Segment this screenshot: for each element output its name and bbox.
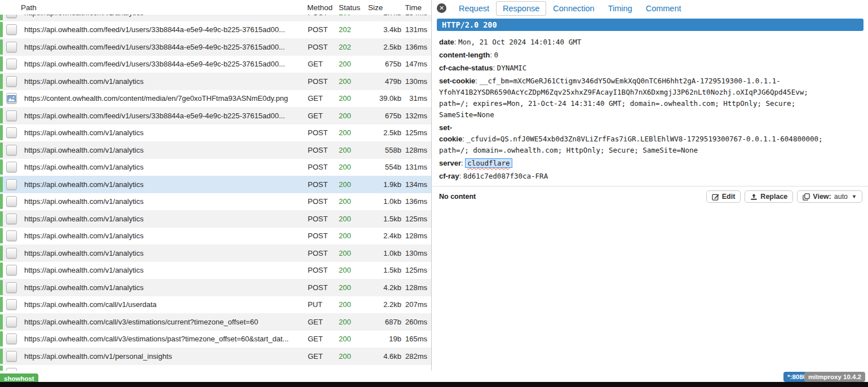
- flow-size: 2.5kb: [368, 128, 401, 137]
- flow-method: GET: [307, 60, 339, 68]
- flow-status: 200: [339, 94, 368, 103]
- flow-row[interactable]: https://api.owhealth.com/feed/v1/users/3…: [0, 56, 431, 73]
- content-bar: No content Edit Replace View: auto ▼: [439, 190, 862, 203]
- flow-status: 200: [339, 335, 368, 343]
- header-value-editor[interactable]: cloudflare: [465, 158, 512, 168]
- flow-row[interactable]: https://api.owhealth.com/v1/analyticsPOS…: [0, 210, 431, 228]
- content-buttons: Edit Replace View: auto ▼: [706, 190, 862, 203]
- flow-time: 130ms: [401, 77, 427, 86]
- flow-time: 128ms: [401, 232, 427, 240]
- flow-row[interactable]: https://api.owhealth.com/v1/analyticsPOS…: [0, 262, 431, 279]
- column-header-method[interactable]: Method: [307, 3, 339, 12]
- tab-comment[interactable]: Comment: [639, 1, 688, 16]
- flow-path: https://api.owhealth.com/call/v3/estimat…: [21, 335, 307, 343]
- row-marker-green: [0, 177, 3, 192]
- header-name: server: [439, 159, 461, 167]
- flow-time: 282ms: [401, 352, 427, 361]
- flow-row[interactable]: https://api.owhealth.com/health/v1/users…: [0, 365, 431, 371]
- header-value[interactable]: 0: [494, 51, 499, 59]
- view-mode-value: auto: [834, 193, 848, 201]
- flow-time: 130ms: [401, 249, 427, 257]
- flow-row[interactable]: https://api.owhealth.com/v1/analyticsPOS…: [0, 279, 431, 296]
- flow-method: GET: [307, 335, 339, 343]
- row-marker-green: [0, 194, 3, 209]
- response-header-line: set-cookie: __cf_bm=mXcMGeRJ61Ctigmv346d…: [439, 75, 860, 121]
- document-icon: [6, 76, 17, 87]
- flow-status: 200: [339, 163, 368, 171]
- tab-response[interactable]: Response: [496, 1, 546, 16]
- flow-status: 200: [339, 146, 368, 154]
- column-header-time[interactable]: Time: [401, 3, 427, 12]
- flow-row[interactable]: https://api.owhealth.com/feed/v1/users/3…: [0, 107, 431, 124]
- flow-row[interactable]: https://api.owhealth.com/feed/v1/users/3…: [0, 21, 431, 39]
- flow-row[interactable]: https://api.owhealth.com/v1/analyticsPOS…: [0, 73, 431, 90]
- column-header-status[interactable]: Status: [339, 3, 368, 12]
- row-marker-green: [0, 331, 3, 346]
- tab-timing[interactable]: Timing: [601, 1, 639, 16]
- header-value[interactable]: _cfuvid=QS.nfJ0WE54xb0d3Zn8VLiZrfFas7iGR…: [439, 135, 823, 154]
- flow-row[interactable]: https://content.owhealth.com/content/med…: [0, 90, 431, 108]
- flow-row[interactable]: https://api.owhealth.com/call/v3/estimat…: [0, 313, 431, 331]
- flow-method: POST: [307, 128, 339, 137]
- flow-row[interactable]: https://api.owhealth.com/v1/personal_ins…: [0, 348, 431, 365]
- flow-path: https://api.owhealth.com/feed/v1/users/3…: [21, 60, 307, 68]
- flow-time: 147ms: [401, 60, 427, 68]
- edit-button[interactable]: Edit: [706, 190, 741, 203]
- header-colon: :: [459, 172, 463, 180]
- flow-path: https://api.owhealth.com/v1/analytics: [21, 266, 307, 274]
- header-name: date: [439, 38, 454, 46]
- tab-connection[interactable]: Connection: [546, 1, 601, 16]
- flow-size: 558b: [368, 146, 401, 154]
- document-icon: [6, 110, 17, 121]
- tab-request[interactable]: Request: [452, 1, 496, 16]
- document-icon: [6, 317, 17, 327]
- flow-row[interactable]: https://api.owhealth.com/v1/analyticsPOS…: [0, 124, 431, 142]
- flow-row[interactable]: https://api.owhealth.com/v1/analyticsPOS…: [0, 244, 431, 262]
- flow-path: https://api.owhealth.com/v1/analytics: [21, 215, 307, 223]
- document-icon: [6, 15, 17, 18]
- flow-row[interactable]: https://api.owhealth.com/call/v3/estimat…: [0, 331, 431, 348]
- row-marker-green: [0, 349, 3, 364]
- flow-time: 132ms: [401, 112, 427, 120]
- flow-method: POST: [307, 15, 339, 17]
- flow-row[interactable]: https://api.owhealth.com/v1/analyticsPOS…: [0, 15, 431, 21]
- flow-status: 200: [339, 283, 368, 292]
- flow-row[interactable]: https://api.owhealth.com/v1/analyticsPOS…: [0, 176, 431, 193]
- document-icon: [6, 59, 17, 69]
- flow-path: https://api.owhealth.com/feed/v1/users/3…: [21, 112, 307, 120]
- document-icon: [6, 42, 17, 52]
- flow-row[interactable]: https://api.owhealth.com/v1/analyticsPOS…: [0, 141, 431, 159]
- row-marker-green: [0, 22, 3, 37]
- flow-path: https://api.owhealth.com/call/v3/estimat…: [21, 318, 307, 326]
- flow-row[interactable]: https://api.owhealth.com/v1/analyticsPOS…: [0, 228, 431, 245]
- document-icon: [6, 196, 17, 207]
- flow-time: 134ms: [401, 180, 427, 189]
- flow-status: 200: [339, 232, 368, 240]
- row-marker-green: [0, 15, 3, 20]
- header-value[interactable]: Mon, 21 Oct 2024 14:01:40 GMT: [458, 38, 581, 46]
- document-icon: [6, 230, 17, 241]
- row-marker-green: [0, 297, 3, 312]
- row-marker-green: [0, 39, 3, 55]
- header-colon: :: [490, 51, 494, 59]
- flow-size: 675b: [368, 112, 401, 120]
- close-icon[interactable]: ✕: [437, 3, 446, 13]
- flow-row[interactable]: https://api.owhealth.com/feed/v1/users/3…: [0, 38, 431, 56]
- flow-row[interactable]: https://api.owhealth.com/v1/analyticsPOS…: [0, 193, 431, 211]
- column-header-size[interactable]: Size: [368, 3, 401, 12]
- flow-path: https://api.owhealth.com/v1/analytics: [21, 197, 307, 206]
- flow-status: 200: [339, 77, 368, 86]
- header-value[interactable]: 8d61c7ed087f30ca-FRA: [463, 172, 548, 180]
- flow-row[interactable]: https://api.owhealth.com/call/v1/userdat…: [0, 296, 431, 314]
- replace-button[interactable]: Replace: [745, 190, 793, 203]
- flow-row[interactable]: https://api.owhealth.com/v1/analyticsPOS…: [0, 159, 431, 176]
- view-mode-button[interactable]: View: auto ▼: [797, 190, 862, 203]
- flow-size: 1.5kb: [368, 215, 401, 223]
- flow-status: 200: [339, 266, 368, 274]
- flow-status: 200: [339, 300, 368, 309]
- flow-list-panel: Path Method Status Size Time https://api…: [0, 0, 432, 371]
- column-header-path[interactable]: Path: [21, 3, 307, 12]
- header-value[interactable]: DYNAMIC: [497, 64, 527, 72]
- header-value[interactable]: __cf_bm=mXcMGeRJ61Ctigmv346dY5OwEmkXqQ0n…: [439, 77, 808, 119]
- flow-status: 200: [339, 318, 368, 326]
